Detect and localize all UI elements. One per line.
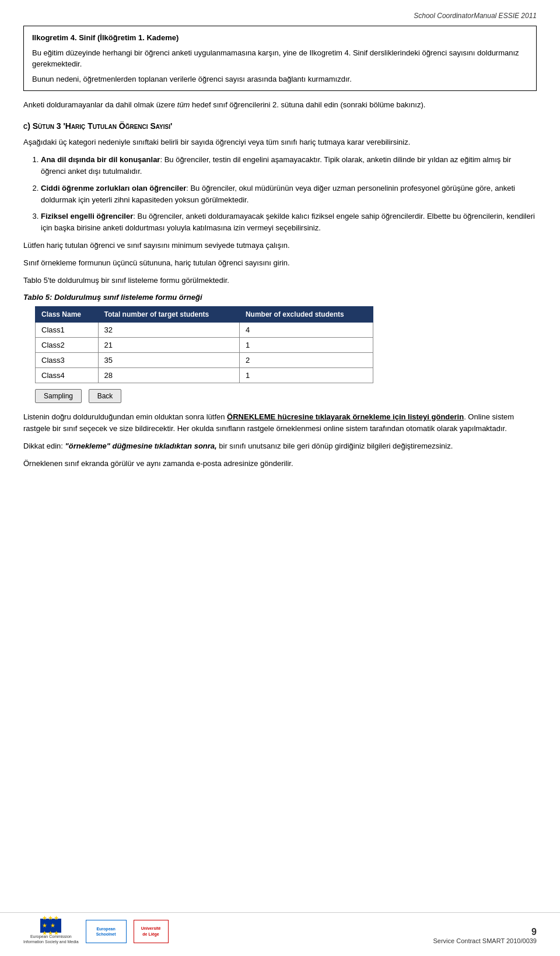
- footer-logos: ★★★★ ★★★★ European Commission Informatio…: [23, 919, 433, 944]
- table-row: Class3352: [36, 352, 373, 367]
- ulg-logo: Universitéde Liège: [134, 920, 169, 943]
- footer-right: 9 Service Contract SMART 2010/0039: [433, 927, 537, 944]
- page-footer: ★★★★ ★★★★ European Commission Informatio…: [0, 912, 560, 944]
- list-item-3: Fiziksel engelli öğrenciler: Bu öğrencil…: [41, 211, 537, 234]
- cell-1-2: 1: [239, 337, 373, 352]
- cell-3-0: Class4: [36, 367, 99, 383]
- list-item-2: Ciddi öğrenme zorlukları olan öğrenciler…: [41, 183, 537, 206]
- item3-label: Fiziksel engelli öğrenciler: [41, 212, 133, 220]
- table-buttons: Sampling Back: [35, 389, 537, 403]
- ulg-text: Universitéde Liège: [141, 926, 161, 937]
- cell-2-1: 35: [98, 352, 239, 367]
- note2: Sınıf örnekleme formunun üçüncü sütununa…: [23, 257, 537, 269]
- ornekleme-link: ÖRNEKLEME: [227, 412, 275, 421]
- exclusion-list: Ana dil dışında bir dil konuşanlar: Bu ö…: [41, 154, 537, 234]
- list-item-1: Ana dil dışında bir dil konuşanlar: Bu ö…: [41, 154, 537, 177]
- table-row: Class1324: [36, 322, 373, 337]
- col-header-target: Total number of target students: [98, 306, 239, 322]
- page: School CoordinatorManual ESSIE 2011 Ilko…: [0, 0, 560, 956]
- ec-text1: European Commission: [30, 934, 72, 939]
- cell-2-2: 2: [239, 352, 373, 367]
- table-caption: Tablo 5: Doldurulmuş sınıf listeleme for…: [23, 293, 537, 302]
- sampling-button[interactable]: Sampling: [35, 389, 82, 403]
- box-para2: Bu eğitim düzeyinde herhangi bir öğrenci…: [32, 47, 528, 70]
- col-header-classname: Class Name: [36, 306, 99, 322]
- item1-label: Ana dil dışında bir dil konuşanlar: [41, 155, 160, 164]
- cell-1-1: 21: [98, 337, 239, 352]
- cell-1-0: Class2: [36, 337, 99, 352]
- table-row: Class4281: [36, 367, 373, 383]
- cell-3-1: 28: [98, 367, 239, 383]
- back-button[interactable]: Back: [89, 389, 122, 403]
- ec-flag: ★★★★ ★★★★: [40, 919, 61, 933]
- section-c-heading: c) Sütun 3 'Hariç Tutulan Öğrenci Sayısı…: [23, 121, 537, 131]
- page-header: School CoordinatorManual ESSIE 2011: [23, 12, 537, 20]
- intro-box: Ilkogretim 4. Sinif (İlköğretim 1. Kadem…: [23, 26, 537, 91]
- header-title: School CoordinatorManual ESSIE 2011: [414, 12, 537, 20]
- ec-logo-block: ★★★★ ★★★★ European Commission Informatio…: [23, 919, 79, 944]
- cell-0-2: 4: [239, 322, 373, 337]
- cell-0-1: 32: [98, 322, 239, 337]
- note1: Lütfen hariç tutulan öğrenci ve sınıf sa…: [23, 240, 537, 251]
- item2-label: Ciddi öğrenme zorlukları olan öğrenciler: [41, 184, 186, 192]
- note3: Tablo 5'te doldurulmuş bir sınıf listele…: [23, 275, 537, 286]
- schoolnet-text: EuropeanSchoolnet: [96, 926, 116, 937]
- cell-3-2: 1: [239, 367, 373, 383]
- all-students-para: Anketi dolduramayanlar da dahil olmak üz…: [23, 99, 537, 111]
- closing-final: Örneklenen sınıf ekranda görülür ve aynı…: [23, 458, 537, 470]
- box-para3: Bunun nedeni, öğretmenlerden toplanan ve…: [32, 73, 528, 85]
- ec-text2: Information Society and Media: [23, 940, 79, 944]
- table-row: Class2211: [36, 337, 373, 352]
- box-para1: Ilkogretim 4. Sinif (İlköğretim 1. Kadem…: [32, 32, 528, 44]
- section-c-intro: Aşağıdaki üç kategori nedeniyle sınıftak…: [23, 136, 537, 148]
- service-contract: Service Contract SMART 2010/0039: [433, 937, 537, 944]
- col-header-excluded: Number of excluded students: [239, 306, 373, 322]
- closing-para2: Dikkat edin: "örnekleme" düğmesine tıkla…: [23, 440, 537, 452]
- closing-para1: Listenin doğru doldurulduğundan emin old…: [23, 411, 537, 435]
- cell-0-0: Class1: [36, 322, 99, 337]
- class-table: Class Name Total number of target studen…: [35, 306, 373, 383]
- cell-2-0: Class3: [36, 352, 99, 367]
- page-number: 9: [433, 927, 537, 937]
- schoolnet-logo: EuropeanSchoolnet: [86, 920, 127, 943]
